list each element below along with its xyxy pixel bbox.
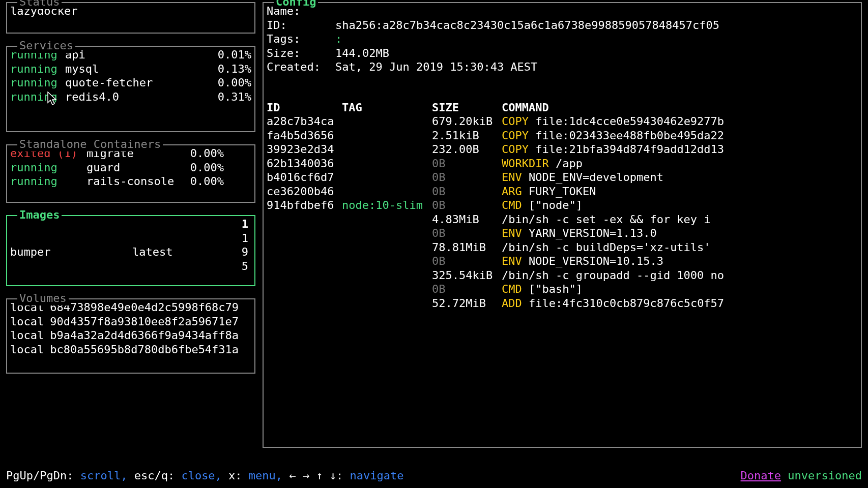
layer-op: CMD <box>502 283 522 295</box>
image-name <box>10 259 132 273</box>
service-name: redis4.0 <box>65 90 211 104</box>
container-cpu-pct: 0.00% <box>186 161 224 175</box>
layer-id: fa4b5d3656 <box>267 129 342 143</box>
container-name: rails-console <box>86 174 186 189</box>
layer-command: COPY file:1dc4cce0e59430462e9277b <box>502 114 858 129</box>
volume-row[interactable]: local90d4357f8a93810ee8f2a59671e7 <box>10 315 251 329</box>
layer-tag <box>342 114 432 129</box>
layer-tag <box>342 129 432 143</box>
service-name: quote-fetcher <box>65 76 211 90</box>
layer-id: a28c7b34ca <box>267 114 342 129</box>
layer-row[interactable]: 325.54kiB/bin/sh -c groupadd --gid 1000 … <box>267 268 858 283</box>
layer-id: b4016cf6d7 <box>267 170 342 185</box>
standalone-panel-title: Standalone Containers <box>17 137 163 151</box>
layer-row[interactable]: 39923e2d34232.00BCOPY file:21bfa394d874f… <box>267 142 858 157</box>
layer-row[interactable]: 0BENV YARN_VERSION=1.13.0 <box>267 226 858 240</box>
container-row[interactable]: runningrails-console0.00% <box>10 174 251 189</box>
layer-id: 62b1340036 <box>267 157 342 171</box>
standalone-containers-panel[interactable]: Standalone Containers exited (1)migrate0… <box>6 144 255 203</box>
config-key: Tags: <box>267 32 335 46</box>
layer-size: 0B <box>432 282 502 296</box>
services-panel[interactable]: Services runningapi0.01%runningmysql0.13… <box>6 46 255 132</box>
layer-id <box>267 226 342 240</box>
container-cpu-pct: 0.00% <box>186 174 224 189</box>
layer-row[interactable]: fa4b5d36562.51kiBCOPY file:023433ee488fb… <box>267 129 858 143</box>
version-label: unversioned <box>788 469 862 482</box>
layer-op: ADD <box>502 297 522 310</box>
layer-row[interactable]: 78.81MiB/bin/sh -c buildDeps='xz-utils' <box>267 240 858 255</box>
layer-size: 0B <box>432 226 502 240</box>
images-panel[interactable]: Images 11bumperlatest95 <box>6 215 255 286</box>
config-panel[interactable]: Config Name:ID:sha256:a28c7b34cac8c23430… <box>263 2 862 448</box>
volume-driver: local <box>10 343 44 357</box>
container-row[interactable]: runningguard0.00% <box>10 161 251 175</box>
image-tag: latest <box>132 245 234 259</box>
layer-tag <box>342 142 432 157</box>
service-row[interactable]: runningredis4.00.31% <box>10 90 251 104</box>
config-kv-row: Tags:: <box>267 32 858 46</box>
service-name: mysql <box>65 62 211 76</box>
layer-row[interactable]: 52.72MiBADD file:4fc310c0cb879c876c5c0f5… <box>267 296 858 311</box>
config-kv-row: ID:sha256:a28c7b34cac8c23430c15a6c1a6738… <box>267 18 858 33</box>
layer-size: 0B <box>432 198 502 212</box>
layer-size: 0B <box>432 157 502 171</box>
layer-size: 78.81MiB <box>432 240 502 255</box>
config-value: 144.02MB <box>335 46 389 60</box>
layer-size: 52.72MiB <box>432 296 502 311</box>
layer-size: 0B <box>432 185 502 199</box>
layer-op: WORKDIR <box>502 157 549 170</box>
layer-id <box>267 240 342 255</box>
layer-op: ARG <box>502 185 522 198</box>
image-count: 9 <box>234 245 251 259</box>
image-row[interactable]: bumperlatest9 <box>10 245 251 259</box>
volumes-panel[interactable]: Volumes local68473898e49e0e4d2c5998f68c7… <box>6 298 255 374</box>
layer-size: 679.20kiB <box>432 114 502 129</box>
layer-row[interactable]: ce36200b460BARG FURY_TOKEN <box>267 185 858 199</box>
layer-row[interactable]: 0BCMD ["bash"] <box>267 282 858 296</box>
image-row[interactable]: 5 <box>10 259 251 273</box>
layer-row[interactable]: b4016cf6d70BENV NODE_ENV=development <box>267 170 858 185</box>
service-row[interactable]: runningquote-fetcher0.00% <box>10 76 251 90</box>
layer-command: CMD ["node"] <box>502 198 858 212</box>
layer-size: 0B <box>432 170 502 185</box>
layer-row[interactable]: 62b13400360BWORKDIR /app <box>267 157 858 171</box>
container-cpu-pct: 0.00% <box>186 146 224 161</box>
layer-tag <box>342 226 432 240</box>
layer-tag <box>342 268 432 283</box>
layer-id <box>267 282 342 296</box>
volume-driver: local <box>10 328 44 343</box>
layer-command: ENV NODE_VERSION=10.15.3 <box>502 254 858 268</box>
image-count: 1 <box>234 231 251 246</box>
volume-row[interactable]: localb9a4a32a2d4d6366f9a9434aff8a <box>10 328 251 343</box>
image-tag <box>132 259 234 273</box>
layer-row[interactable]: 914bfdbef6node:10-slim0BCMD ["node"] <box>267 198 858 212</box>
image-count: 5 <box>234 259 251 273</box>
layer-command: COPY file:023433ee488fb0be495da22 <box>502 129 858 143</box>
container-status: running <box>10 174 86 189</box>
layer-command: /bin/sh -c set -ex && for key i <box>502 212 858 227</box>
service-row[interactable]: runningmysql0.13% <box>10 62 251 76</box>
layer-id: 914bfdbef6 <box>267 198 342 212</box>
service-cpu-pct: 0.31% <box>211 90 251 104</box>
config-kv-row: Name: <box>267 4 858 18</box>
service-cpu-pct: 0.13% <box>211 62 251 76</box>
image-tag <box>132 217 234 231</box>
volume-row[interactable]: localbc80a55695b8d780db6fbe54f31a <box>10 343 251 357</box>
services-panel-title: Services <box>17 39 75 53</box>
layer-tag <box>342 282 432 296</box>
layer-row[interactable]: 4.83MiB/bin/sh -c set -ex && for key i <box>267 212 858 227</box>
layer-tag <box>342 212 432 227</box>
layer-command: /bin/sh -c groupadd --gid 1000 no <box>502 268 858 283</box>
layer-row[interactable]: a28c7b34ca679.20kiBCOPY file:1dc4cce0e59… <box>267 114 858 129</box>
image-row[interactable]: 1 <box>10 231 251 246</box>
layer-command: COPY file:21bfa394d874f9add12dd13 <box>502 142 858 157</box>
status-panel-title: Status <box>17 0 62 9</box>
status-panel[interactable]: Status lazydocker <box>6 2 255 34</box>
layer-row[interactable]: 0BENV NODE_VERSION=10.15.3 <box>267 254 858 268</box>
layer-size: 325.54kiB <box>432 268 502 283</box>
container-name: guard <box>86 161 186 175</box>
donate-link[interactable]: Donate <box>741 469 781 482</box>
layer-op: COPY <box>502 143 529 156</box>
layer-id: ce36200b46 <box>267 185 342 199</box>
layer-id <box>267 268 342 283</box>
